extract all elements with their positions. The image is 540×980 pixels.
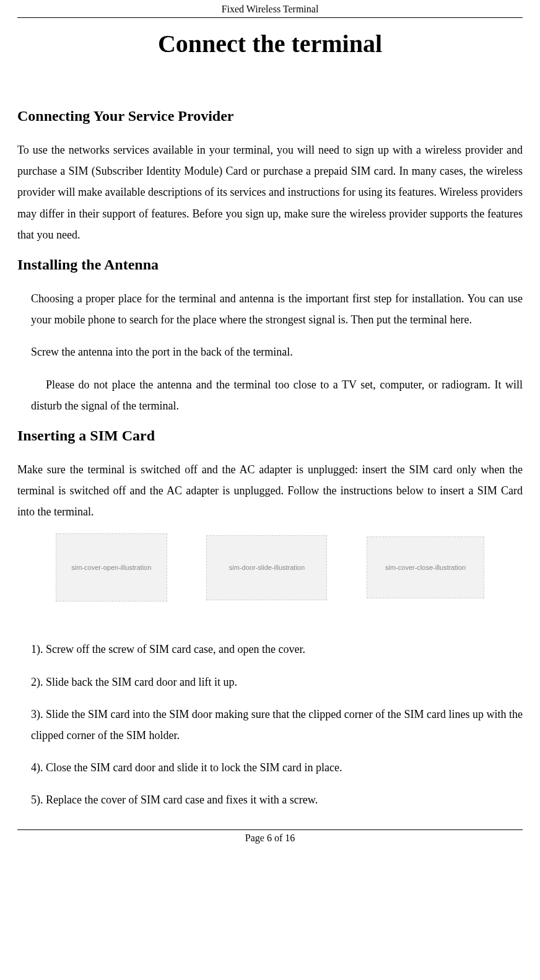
paragraph-antenna-2: Screw the antenna into the port in the b…	[31, 341, 523, 362]
page-container: Fixed Wireless Terminal Connect the term…	[0, 0, 540, 847]
section-heading-antenna: Installing the Antenna	[17, 256, 523, 273]
paragraph-sim-intro: Make sure the terminal is switched off a…	[17, 459, 523, 523]
sim-step-1: 1). Screw off the screw of SIM card case…	[31, 639, 523, 660]
running-header: Fixed Wireless Terminal	[17, 0, 523, 17]
sim-step-3: 3). Slide the SIM card into the SIM door…	[31, 704, 523, 746]
sim-illustration-1: sim-cover-open-illustration	[56, 533, 167, 602]
page-title: Connect the terminal	[17, 29, 523, 58]
footer-wrap: Page 6 of 16	[17, 829, 523, 847]
sim-step-4: 4). Close the SIM card door and slide it…	[31, 757, 523, 778]
header-rule	[17, 17, 523, 18]
page-indicator: Page 6 of 16	[17, 830, 523, 847]
sim-illustration-3: sim-cover-close-illustration	[367, 536, 484, 598]
sim-step-5: 5). Replace the cover of SIM card case a…	[31, 789, 523, 810]
sim-steps-block: 1). Screw off the screw of SIM card case…	[17, 639, 523, 810]
sim-illustration-2: sim-door-slide-illustration	[206, 535, 327, 600]
section-heading-sim: Inserting a SIM Card	[17, 427, 523, 444]
antenna-block: Choosing a proper place for the terminal…	[17, 288, 523, 416]
sim-step-2: 2). Slide back the SIM card door and lif…	[31, 672, 523, 693]
paragraph-antenna-1: Choosing a proper place for the terminal…	[31, 288, 523, 330]
sim-illustration-row: sim-cover-open-illustration sim-door-sli…	[17, 533, 523, 602]
paragraph-service-provider: To use the networks services available i…	[17, 139, 523, 245]
paragraph-antenna-note: Please do not place the antenna and the …	[31, 374, 523, 416]
section-heading-service-provider: Connecting Your Service Provider	[17, 108, 523, 125]
